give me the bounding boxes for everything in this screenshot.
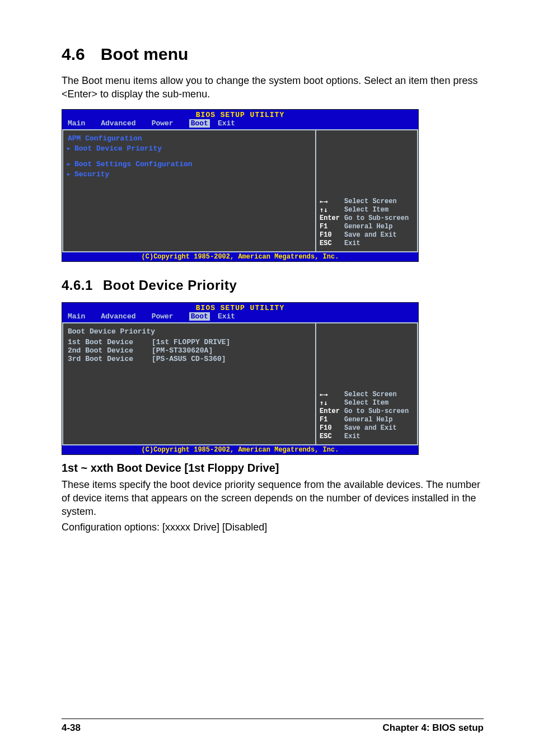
section-heading: 4.6Boot menu	[62, 45, 484, 64]
bios-tabs: Main Advanced Power Boot Exit	[62, 312, 418, 322]
bios-tab-power[interactable]: Power	[152, 312, 181, 321]
bios-tab-exit[interactable]: Exit	[218, 119, 243, 128]
svg-text:↑↓: ↑↓	[320, 399, 327, 406]
arrow-up-down-icon: ↑↓	[320, 399, 344, 406]
bios-boot-device-row[interactable]: 1st Boot Device [1st FLOPPY DRIVE]	[68, 338, 311, 346]
bios-header: BIOS SETUP UTILITY Main Advanced Power B…	[62, 303, 418, 322]
bios-title: BIOS SETUP UTILITY	[62, 111, 418, 119]
bios-help-panel: ←→ Select Screen ↑↓ Select Item EnterGo …	[315, 322, 418, 445]
bios-header: BIOS SETUP UTILITY Main Advanced Power B…	[62, 110, 418, 129]
help-desc: Select Screen	[344, 391, 397, 399]
help-desc: Go to Sub-screen	[344, 407, 409, 416]
item-paragraph: These items specify the boot device prio…	[62, 478, 484, 519]
help-row: ↑↓ Select Item	[320, 399, 414, 407]
bios-tabs: Main Advanced Power Boot Exit	[62, 119, 418, 129]
bios-tab-power[interactable]: Power	[152, 119, 181, 128]
item-config-options: Configuration options: [xxxxx Drive] [Di…	[62, 520, 484, 534]
svg-text:←→: ←→	[320, 391, 327, 398]
help-key: F10	[320, 231, 344, 240]
subsection-title-text: Boot Device Priority	[103, 278, 237, 293]
bios-footer: (C)Copyright 1985-2002, American Megatre…	[62, 445, 418, 454]
help-desc: General Help	[344, 223, 392, 231]
help-key: Enter	[320, 407, 344, 416]
bios-tab-main[interactable]: Main	[68, 119, 93, 128]
bios-screen-boot-menu: BIOS SETUP UTILITY Main Advanced Power B…	[62, 109, 419, 262]
help-row: EnterGo to Sub-screen	[320, 214, 414, 223]
bios-submenu-heading: Boot Device Priority	[68, 327, 311, 338]
boot-device-label: 3rd Boot Device	[68, 355, 152, 363]
subsection-number: 4.6.1	[62, 278, 93, 293]
help-row: ←→ Select Screen	[320, 198, 414, 206]
help-desc: Select Item	[344, 206, 388, 214]
boot-device-label: 1st Boot Device	[68, 338, 152, 346]
svg-text:↑↓: ↑↓	[320, 206, 327, 213]
bios-item-bootsettings[interactable]: Boot Settings Configuration	[68, 159, 311, 169]
bios-tab-advanced[interactable]: Advanced	[101, 119, 143, 128]
bios-item-apm[interactable]: APM Configuration	[68, 134, 311, 143]
help-desc: Exit	[344, 240, 360, 248]
boot-device-value: [PM-ST330620A]	[152, 346, 213, 355]
help-row: ESCExit	[320, 240, 414, 248]
help-desc: Select Screen	[344, 198, 397, 206]
help-desc: Exit	[344, 433, 360, 441]
help-row: ESCExit	[320, 433, 414, 441]
bios-title: BIOS SETUP UTILITY	[62, 304, 418, 312]
bios-help-panel: ←→ Select Screen ↑↓ Select Item EnterGo …	[315, 129, 418, 252]
boot-device-value: [PS-ASUS CD-S360]	[152, 355, 226, 363]
section-number: 4.6	[62, 45, 85, 63]
bios-tab-exit[interactable]: Exit	[218, 312, 243, 321]
help-key: F1	[320, 416, 344, 424]
help-key: F10	[320, 424, 344, 433]
bios-screen-boot-device-priority: BIOS SETUP UTILITY Main Advanced Power B…	[62, 302, 419, 455]
help-row: F10Save and Exit	[320, 231, 414, 240]
chapter-label: Chapter 4: BIOS setup	[383, 722, 484, 734]
help-desc: Go to Sub-screen	[344, 214, 409, 223]
bios-boot-device-row[interactable]: 2nd Boot Device [PM-ST330620A]	[68, 346, 311, 355]
bios-tab-advanced[interactable]: Advanced	[101, 312, 143, 321]
arrow-up-down-icon: ↑↓	[320, 206, 344, 213]
item-heading: 1st ~ xxth Boot Device [1st Floppy Drive…	[62, 462, 484, 475]
bios-boot-device-row[interactable]: 3rd Boot Device [PS-ASUS CD-S360]	[68, 355, 311, 363]
help-key: F1	[320, 223, 344, 231]
bios-main-panel: Boot Device Priority 1st Boot Device [1s…	[62, 322, 315, 445]
help-row: F10Save and Exit	[320, 424, 414, 433]
help-row: ←→ Select Screen	[320, 391, 414, 399]
section-intro: The Boot menu items allow you to change …	[62, 74, 484, 101]
bios-tab-boot[interactable]: Boot	[189, 312, 210, 321]
help-key: ESC	[320, 433, 344, 441]
bios-tab-main[interactable]: Main	[68, 312, 93, 321]
help-key: ESC	[320, 240, 344, 248]
arrow-left-right-icon: ←→	[320, 198, 344, 205]
bios-item-bootpriority[interactable]: Boot Device Priority	[68, 143, 311, 153]
subsection-heading: 4.6.1Boot Device Priority	[62, 278, 484, 293]
page-number: 4-38	[62, 722, 81, 734]
help-desc: Select Item	[344, 399, 388, 407]
help-desc: Save and Exit	[344, 424, 397, 433]
help-desc: Save and Exit	[344, 231, 397, 240]
help-desc: General Help	[344, 416, 392, 424]
help-key: Enter	[320, 214, 344, 223]
help-row: ↑↓ Select Item	[320, 206, 414, 214]
help-row: F1General Help	[320, 223, 414, 231]
bios-item-security[interactable]: Security	[68, 169, 311, 179]
page-footer: 4-38 Chapter 4: BIOS setup	[62, 719, 484, 734]
section-title-text: Boot menu	[101, 45, 189, 63]
svg-text:←→: ←→	[320, 198, 327, 205]
bios-main-panel: APM Configuration Boot Device Priority B…	[62, 129, 315, 252]
arrow-left-right-icon: ←→	[320, 391, 344, 398]
help-row: EnterGo to Sub-screen	[320, 407, 414, 416]
boot-device-value: [1st FLOPPY DRIVE]	[152, 338, 230, 346]
help-row: F1General Help	[320, 416, 414, 424]
boot-device-label: 2nd Boot Device	[68, 346, 152, 355]
bios-footer: (C)Copyright 1985-2002, American Megatre…	[62, 252, 418, 261]
bios-tab-boot[interactable]: Boot	[189, 119, 210, 128]
